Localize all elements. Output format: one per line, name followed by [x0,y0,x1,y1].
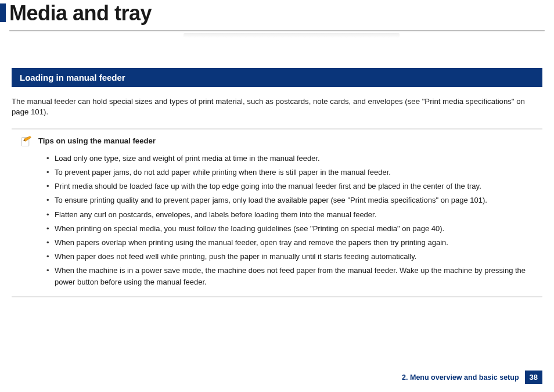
intro-paragraph: The manual feeder can hold special sizes… [12,96,542,118]
page-footer: 2. Menu overview and basic setup 38 [402,371,542,384]
note-icon [20,135,33,148]
title-shadow [184,33,400,38]
tips-header: Tips on using the manual feeder [20,135,534,148]
page-number: 38 [525,371,542,384]
list-item: When papers overlap when printing using … [46,237,534,249]
chapter-label: 2. Menu overview and basic setup [402,373,519,382]
title-block: Media and tray [9,0,545,38]
title-accent-bar [0,3,6,22]
page-title: Media and tray [9,1,545,26]
tips-box: Tips on using the manual feeder Load onl… [12,128,542,297]
spacer [9,38,545,68]
list-item: Load only one type, size and weight of p… [46,153,534,164]
page: Media and tray Loading in manual feeder … [0,0,554,392]
list-item: To ensure printing quality and to preven… [46,195,534,206]
list-item: Print media should be loaded face up wit… [46,181,534,192]
list-item: When the machine is in a power save mode… [46,265,534,288]
list-item: When printing on special media, you must… [46,223,534,235]
list-item: Flatten any curl on postcards, envelopes… [46,209,534,221]
title-rule [9,30,545,31]
list-item: When paper does not feed well while prin… [46,251,534,262]
tips-title: Tips on using the manual feeder [38,136,156,145]
section-heading: Loading in manual feeder [12,68,542,87]
list-item: To prevent paper jams, do not add paper … [46,167,534,178]
tips-list: Load only one type, size and weight of p… [20,153,534,288]
